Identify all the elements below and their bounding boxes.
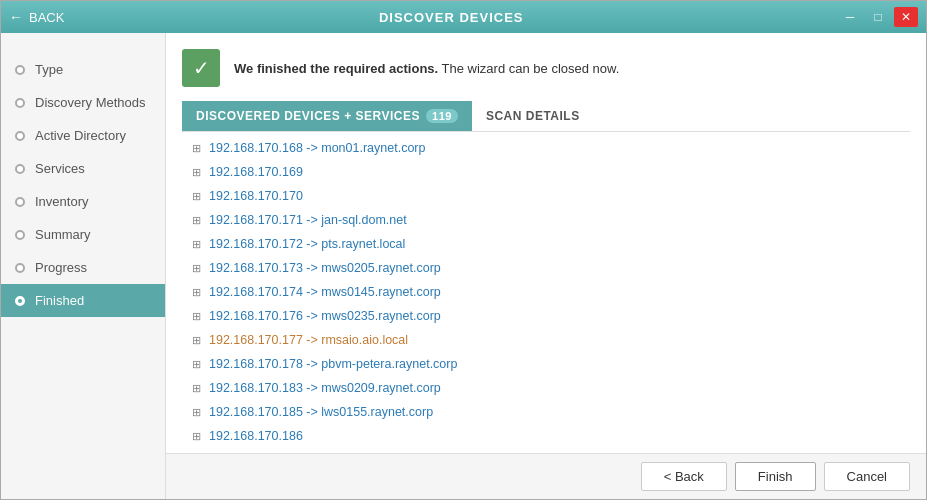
tab-scan-details[interactable]: SCAN DETAILS: [472, 101, 594, 131]
tab-discovered-label: DISCOVERED DEVICES + SERVICES: [196, 109, 420, 123]
titlebar: ← BACK DISCOVER DEVICES ─ □ ✕: [1, 1, 926, 33]
sidebar-item-services[interactable]: Services: [1, 152, 165, 185]
main-panel: ✓ We finished the required actions. The …: [166, 33, 926, 499]
success-text-part2b: The wizard can be closed now.: [442, 61, 620, 76]
grid-icon: ⊞: [192, 190, 201, 203]
sidebar-item-progress[interactable]: Progress: [1, 251, 165, 284]
sidebar-label-type: Type: [35, 62, 63, 77]
grid-icon: ⊞: [192, 238, 201, 251]
device-ip: 192.168.170.171 -> jan-sql.dom.net: [209, 213, 407, 227]
sidebar: Type Discovery Methods Active Directory …: [1, 33, 166, 499]
success-banner: ✓ We finished the required actions. The …: [182, 49, 910, 87]
back-button[interactable]: ← BACK: [9, 9, 64, 25]
back-arrow-icon: ←: [9, 9, 23, 25]
list-item[interactable]: ⊞192.168.170.170: [182, 184, 910, 208]
device-ip: 192.168.170.178 -> pbvm-petera.raynet.co…: [209, 357, 457, 371]
list-item[interactable]: ⊞192.168.170.185 -> lws0155.raynet.corp: [182, 400, 910, 424]
step-dot-finished: [15, 296, 25, 306]
sidebar-label-finished: Finished: [35, 293, 84, 308]
cancel-button[interactable]: Cancel: [824, 462, 910, 491]
list-item[interactable]: ⊞192.168.170.168 -> mon01.raynet.corp: [182, 136, 910, 160]
list-item[interactable]: ⊞192.168.170.176 -> mws0235.raynet.corp: [182, 304, 910, 328]
list-item[interactable]: ⊞192.168.170.177 -> rmsaio.aio.local: [182, 328, 910, 352]
grid-icon: ⊞: [192, 334, 201, 347]
sidebar-item-type[interactable]: Type: [1, 53, 165, 86]
back-footer-button[interactable]: < Back: [641, 462, 727, 491]
sidebar-label-inventory: Inventory: [35, 194, 88, 209]
step-dot-services: [15, 164, 25, 174]
grid-icon: ⊞: [192, 214, 201, 227]
tab-discovered-badge: 119: [426, 109, 458, 123]
list-item[interactable]: ⊞192.168.170.173 -> mws0205.raynet.corp: [182, 256, 910, 280]
device-list[interactable]: ⊞192.168.170.168 -> mon01.raynet.corp⊞19…: [182, 132, 910, 443]
list-item[interactable]: ⊞192.168.170.172 -> pts.raynet.local: [182, 232, 910, 256]
sidebar-item-active-directory[interactable]: Active Directory: [1, 119, 165, 152]
step-dot-progress: [15, 263, 25, 273]
device-ip: 192.168.170.186: [209, 429, 303, 443]
list-item[interactable]: ⊞192.168.170.178 -> pbvm-petera.raynet.c…: [182, 352, 910, 376]
sidebar-label-ad: Active Directory: [35, 128, 126, 143]
checkmark-icon: ✓: [193, 56, 210, 80]
success-icon: ✓: [182, 49, 220, 87]
success-text: We finished the required actions. The wi…: [234, 61, 619, 76]
step-dot-discovery: [15, 98, 25, 108]
sidebar-item-inventory[interactable]: Inventory: [1, 185, 165, 218]
device-ip: 192.168.170.168 -> mon01.raynet.corp: [209, 141, 425, 155]
device-ip: 192.168.170.172 -> pts.raynet.local: [209, 237, 405, 251]
device-ip: 192.168.170.177 -> rmsaio.aio.local: [209, 333, 408, 347]
minimize-button[interactable]: ─: [838, 7, 862, 27]
step-dot-type: [15, 65, 25, 75]
device-ip: 192.168.170.185 -> lws0155.raynet.corp: [209, 405, 433, 419]
grid-icon: ⊞: [192, 286, 201, 299]
device-ip: 192.168.170.183 -> mws0209.raynet.corp: [209, 381, 441, 395]
list-item[interactable]: ⊞192.168.170.183 -> mws0209.raynet.corp: [182, 376, 910, 400]
restore-button[interactable]: □: [866, 7, 890, 27]
main-inner: ✓ We finished the required actions. The …: [166, 33, 926, 453]
sidebar-label-progress: Progress: [35, 260, 87, 275]
grid-icon: ⊞: [192, 262, 201, 275]
sidebar-item-summary[interactable]: Summary: [1, 218, 165, 251]
grid-icon: ⊞: [192, 358, 201, 371]
list-item[interactable]: ⊞192.168.170.169: [182, 160, 910, 184]
step-dot-ad: [15, 131, 25, 141]
device-ip: 192.168.170.174 -> mws0145.raynet.corp: [209, 285, 441, 299]
close-button[interactable]: ✕: [894, 7, 918, 27]
tab-scan-label: SCAN DETAILS: [486, 109, 580, 123]
grid-icon: ⊞: [192, 142, 201, 155]
step-dot-inventory: [15, 197, 25, 207]
window-title: DISCOVER DEVICES: [64, 10, 838, 25]
content-area: Type Discovery Methods Active Directory …: [1, 33, 926, 499]
window-controls: ─ □ ✕: [838, 7, 918, 27]
grid-icon: ⊞: [192, 382, 201, 395]
list-item[interactable]: ⊞192.168.170.171 -> jan-sql.dom.net: [182, 208, 910, 232]
device-ip: 192.168.170.173 -> mws0205.raynet.corp: [209, 261, 441, 275]
sidebar-label-summary: Summary: [35, 227, 91, 242]
step-dot-summary: [15, 230, 25, 240]
device-ip: 192.168.170.169: [209, 165, 303, 179]
grid-icon: ⊞: [192, 166, 201, 179]
sidebar-item-discovery-methods[interactable]: Discovery Methods: [1, 86, 165, 119]
sidebar-label-discovery: Discovery Methods: [35, 95, 146, 110]
grid-icon: ⊞: [192, 406, 201, 419]
tab-bar: DISCOVERED DEVICES + SERVICES 119 SCAN D…: [182, 101, 910, 132]
finish-button[interactable]: Finish: [735, 462, 816, 491]
device-ip: 192.168.170.170: [209, 189, 303, 203]
grid-icon: ⊞: [192, 310, 201, 323]
list-item[interactable]: ⊞192.168.170.174 -> mws0145.raynet.corp: [182, 280, 910, 304]
tab-discovered-devices[interactable]: DISCOVERED DEVICES + SERVICES 119: [182, 101, 472, 131]
grid-icon: ⊞: [192, 430, 201, 443]
device-list-wrapper: ⊞192.168.170.168 -> mon01.raynet.corp⊞19…: [182, 132, 910, 443]
footer: < Back Finish Cancel: [166, 453, 926, 499]
sidebar-item-finished[interactable]: Finished: [1, 284, 165, 317]
back-label: BACK: [29, 10, 64, 25]
success-text-part1: We finished the required actions.: [234, 61, 438, 76]
window: ← BACK DISCOVER DEVICES ─ □ ✕ Type Disco…: [0, 0, 927, 500]
device-ip: 192.168.170.176 -> mws0235.raynet.corp: [209, 309, 441, 323]
list-item[interactable]: ⊞192.168.170.186: [182, 424, 910, 443]
sidebar-label-services: Services: [35, 161, 85, 176]
